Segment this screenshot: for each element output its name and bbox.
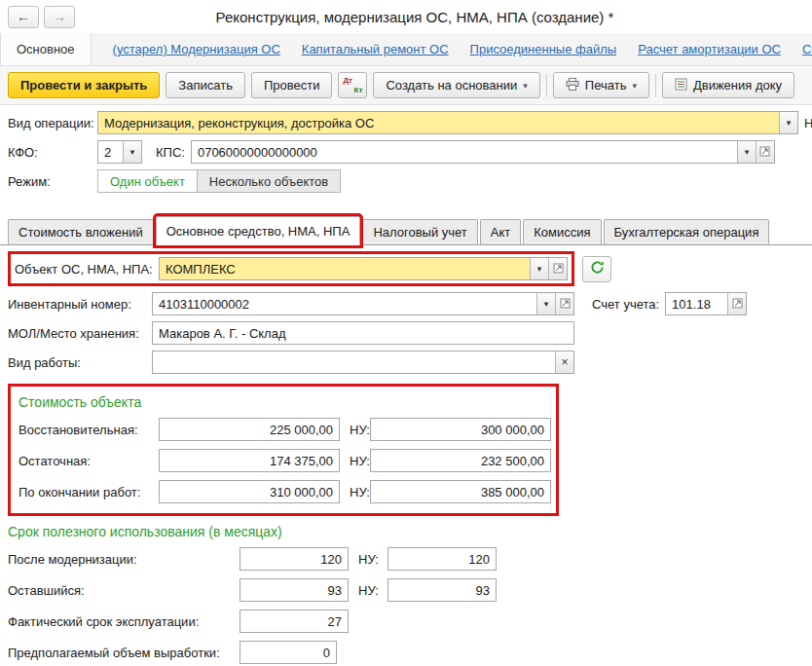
term-row: После модернизации: 120 НУ: 120	[8, 547, 804, 571]
title-bar: ← → Реконструкция, модернизация ОС, НМА,…	[0, 0, 812, 33]
nav-link-ustarel-modernizatsiya-os[interactable]: (устарел) Модернизация ОС	[113, 42, 280, 56]
cost-row-label: Восстановительная:	[18, 423, 153, 437]
print-label: Печать	[585, 78, 627, 92]
nu-label: НУ:	[350, 485, 370, 500]
term-value-field[interactable]: 0	[240, 641, 337, 664]
cost-nu-field[interactable]: 232 500,00	[370, 449, 551, 472]
kps-combobox[interactable]: 07060000000000000 ▾	[191, 140, 775, 164]
print-button[interactable]: Печать ▾	[553, 72, 649, 98]
operation-type-value: Модернизация, реконструкция, достройка О…	[98, 112, 779, 133]
cost-value: 174 375,00	[160, 450, 339, 471]
nav-link-prisoedinennye-fajly[interactable]: Присоединенные файлы	[470, 42, 617, 56]
tab-komissiya[interactable]: Комиссия	[523, 219, 601, 244]
object-dropdown-button[interactable]: ▾	[530, 258, 548, 279]
term-value-field[interactable]: 93	[240, 578, 349, 602]
inventory-dropdown-button[interactable]: ▾	[536, 293, 555, 314]
cost-nu-field[interactable]: 385 000,00	[370, 480, 551, 503]
cost-nu-value: 232 500,00	[371, 450, 550, 471]
cost-row-label: Остаточная:	[18, 454, 153, 468]
nav-link-kapitalnyj-remont-os[interactable]: Капитальный ремонт ОС	[302, 42, 449, 56]
post-button[interactable]: Провести	[251, 72, 333, 98]
term-row: Предполагаемый объем выработки: 0	[8, 641, 804, 664]
kps-label: КПС:	[156, 145, 185, 160]
movements-button[interactable]: Движения доку	[662, 72, 794, 98]
nav-link-svyazannye[interactable]: Связан	[802, 42, 812, 56]
kps-value: 07060000000000000	[192, 141, 737, 163]
term-row-label: Предполагаемый объем выработки:	[8, 646, 234, 660]
tab-osnovnoe-sredstvo-nma-npa[interactable]: Основное средство, НМА, НПА	[156, 216, 361, 245]
open-form-icon	[732, 298, 743, 311]
mol-field[interactable]: Макаров А. Г. - Склад	[152, 321, 574, 345]
term-section-title: Срок полезного использования (в месяцах)	[8, 524, 804, 539]
page-title: Реконструкция, модернизация ОС, НМА, НПА…	[80, 9, 804, 25]
mol-label: МОЛ/Место хранения:	[8, 326, 146, 341]
cost-nu-field[interactable]: 300 000,00	[370, 418, 551, 441]
cost-value-field[interactable]: 225 000,00	[159, 418, 340, 441]
kfo-label: КФО:	[8, 145, 92, 160]
term-nu-value: 93	[388, 579, 496, 601]
mode-option-single[interactable]: Один объект	[98, 170, 198, 192]
inventory-open-button[interactable]	[555, 293, 573, 314]
term-row-label: Фактический срок эксплуатации:	[8, 614, 234, 629]
create-on-basis-button[interactable]: Создать на основании ▾	[373, 72, 539, 98]
open-form-icon	[759, 146, 770, 159]
refresh-button[interactable]	[582, 256, 611, 282]
movements-label: Движения доку	[693, 78, 782, 92]
mode-label: Режим:	[8, 174, 92, 189]
kfo-dropdown-button[interactable]: ▾	[123, 141, 141, 163]
tab-buhgalterskaya-operatsiya[interactable]: Бухгалтерская операция	[604, 219, 770, 244]
account-field[interactable]: 101.18	[665, 292, 747, 315]
kps-open-button[interactable]	[756, 141, 774, 163]
tab-akt[interactable]: Акт	[480, 219, 521, 244]
cost-value-field[interactable]: 310 000,00	[159, 480, 340, 503]
nav-tab-osnovnoe[interactable]: Основное	[0, 33, 92, 65]
term-value: 93	[240, 579, 348, 601]
kps-dropdown-button[interactable]: ▾	[737, 141, 756, 163]
operation-dropdown-button[interactable]: ▾	[779, 112, 797, 133]
toolbar-separator	[546, 74, 547, 97]
back-button[interactable]: ←	[8, 6, 39, 28]
account-value: 101.18	[666, 293, 727, 314]
term-value-field[interactable]: 120	[240, 547, 349, 571]
open-form-icon	[560, 298, 571, 311]
inventory-number-value: 4103110000002	[153, 293, 536, 314]
nu-label: НУ:	[358, 552, 388, 567]
object-value: КОМПЛЕКС	[160, 258, 530, 279]
object-combobox[interactable]: КОМПЛЕКС ▾	[159, 257, 568, 280]
term-value: 27	[240, 610, 348, 632]
kt-label: Кт	[354, 86, 363, 94]
work-type-row: Вид работы: ×	[0, 351, 812, 374]
printer-icon	[566, 78, 579, 93]
cost-value: 225 000,00	[160, 419, 339, 440]
cost-value-field[interactable]: 174 375,00	[159, 449, 340, 472]
nav-link-raschet-amortizatsii-os[interactable]: Расчет амортизации ОС	[638, 42, 781, 56]
term-row-label: После модернизации:	[8, 552, 234, 567]
work-type-clear-button[interactable]: ×	[555, 352, 573, 373]
operation-type-combobox[interactable]: Модернизация, реконструкция, достройка О…	[97, 111, 798, 134]
mode-option-multiple[interactable]: Несколько объектов	[198, 170, 340, 192]
work-type-field[interactable]: ×	[152, 351, 574, 374]
term-section: Срок полезного использования (в месяцах)…	[8, 524, 804, 664]
term-row-label: Оставшийся:	[8, 583, 234, 598]
inventory-number-field[interactable]: 4103110000002 ▾	[152, 292, 574, 315]
term-value-field[interactable]: 27	[240, 610, 349, 633]
cost-section-title: Стоимость объекта	[18, 394, 548, 410]
term-nu-field[interactable]: 93	[388, 578, 497, 602]
term-nu-field[interactable]: 120	[388, 547, 497, 571]
document-journal-icon	[675, 78, 687, 93]
dtkt-button[interactable]: Дт Кт	[338, 72, 367, 98]
annotation-object-row: Объект ОС, НМА, НПА: КОМПЛЕКС ▾	[8, 251, 574, 286]
chevron-down-icon: ▾	[745, 147, 750, 157]
write-button[interactable]: Записать	[166, 72, 245, 98]
tab-nalogovyj-uchet[interactable]: Налоговый учет	[362, 219, 477, 244]
inventory-number-label: Инвентарный номер:	[8, 297, 146, 312]
forward-button[interactable]: →	[44, 6, 75, 28]
tab-stoimost-vlozhenij[interactable]: Стоимость вложений	[8, 219, 154, 244]
account-open-button[interactable]	[727, 293, 746, 314]
post-and-close-button[interactable]: Провести и закрыть	[8, 72, 160, 98]
toolbar-separator	[655, 74, 656, 97]
object-open-button[interactable]	[548, 258, 567, 279]
operation-type-label: Вид операции:	[8, 116, 92, 130]
kfo-combobox[interactable]: 2 ▾	[97, 140, 142, 164]
term-value: 120	[240, 548, 348, 570]
